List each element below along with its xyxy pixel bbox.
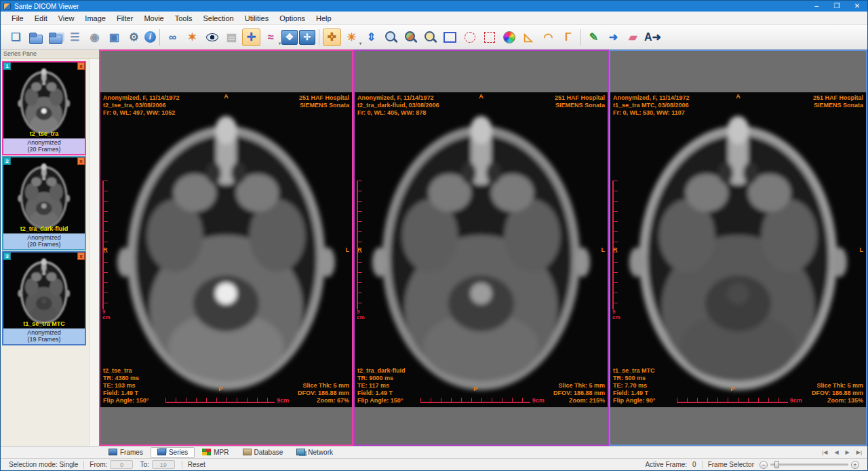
series-close-button[interactable]: x bbox=[77, 252, 85, 260]
toolbar-separator bbox=[159, 29, 160, 45]
vertical-ruler: 9 cm bbox=[102, 181, 108, 309]
mri-image bbox=[355, 92, 608, 407]
overlay-acquisition-info: t2_tse_traTR: 4380 msTE: 103 msField: 1.… bbox=[103, 367, 149, 404]
frame-minus-button[interactable]: − bbox=[760, 461, 768, 469]
minimize-button[interactable]: – bbox=[806, 1, 827, 12]
fit-to-window-icon[interactable]: ✢ bbox=[299, 30, 315, 45]
open-folder-icon[interactable] bbox=[26, 29, 45, 46]
tab-mpr[interactable]: MPR bbox=[196, 448, 235, 457]
actual-size-icon[interactable]: ✥ bbox=[281, 30, 298, 45]
corner-ruler-icon[interactable]: Γ bbox=[559, 29, 577, 46]
frame-slider-thumb[interactable] bbox=[774, 461, 779, 468]
series-frames-label: (20 Frames) bbox=[3, 241, 85, 248]
status-bar: Selection mode: Single From: 0 To: 19 Re… bbox=[1, 458, 867, 470]
image-viewport[interactable]: Anonymized, F, 11/14/1972t2_tse_tra, 03/… bbox=[99, 50, 353, 446]
tab-series[interactable]: Series bbox=[151, 447, 195, 458]
brightness-icon[interactable]: ☀▾ bbox=[342, 29, 361, 46]
status-divider bbox=[182, 461, 182, 469]
set-square-icon[interactable]: ◺ bbox=[519, 29, 538, 46]
tab-nav-prev[interactable]: ◀ bbox=[833, 449, 840, 456]
shutter-eye-icon[interactable] bbox=[203, 29, 221, 46]
series-frames-label: (19 Frames) bbox=[3, 336, 85, 343]
menu-view[interactable]: View bbox=[53, 13, 80, 24]
viewport-canvas[interactable]: Anonymized, F, 11/14/1972t2_tra_dark-flu… bbox=[355, 92, 608, 407]
text-annotation-icon[interactable]: A➜ bbox=[644, 29, 662, 46]
horizontal-ruler: 9cm bbox=[420, 398, 545, 403]
frame-slider[interactable] bbox=[770, 464, 848, 466]
series-number-badge: 3 bbox=[3, 252, 11, 260]
horizontal-ruler: 9cm bbox=[677, 398, 802, 403]
eraser-icon[interactable]: ▰ bbox=[624, 29, 642, 46]
link-series-icon[interactable]: ∞ bbox=[163, 29, 182, 46]
tab-database[interactable]: Database bbox=[237, 448, 290, 457]
from-input[interactable]: 0 bbox=[110, 460, 133, 469]
localizer-lines-icon[interactable]: ✛ bbox=[242, 29, 260, 46]
window-level-list-icon[interactable]: ▤ bbox=[222, 29, 241, 46]
close-button[interactable]: ✕ bbox=[847, 1, 867, 12]
series-close-button[interactable]: x bbox=[77, 62, 85, 70]
rect-select-icon[interactable] bbox=[480, 29, 498, 46]
color-palette-icon[interactable] bbox=[500, 29, 518, 46]
vertical-ruler: 9 cm bbox=[612, 181, 618, 309]
zoom-search-icon[interactable] bbox=[421, 29, 439, 46]
arrow-annotation-icon[interactable]: ➜ bbox=[604, 29, 623, 46]
viewport-canvas[interactable]: Anonymized, F, 11/14/1972t2_tse_tra, 03/… bbox=[100, 92, 352, 407]
menu-options[interactable]: Options bbox=[274, 13, 311, 24]
menu-help[interactable]: Help bbox=[311, 13, 337, 24]
import-cd-icon[interactable]: ◉ bbox=[85, 29, 104, 46]
open-folder-stack-icon[interactable] bbox=[46, 29, 64, 46]
info-icon[interactable]: i bbox=[144, 31, 156, 43]
protractor-icon[interactable]: ◠ bbox=[539, 29, 557, 46]
display-settings-icon[interactable]: ⚙ bbox=[125, 29, 143, 46]
menu-file[interactable]: File bbox=[6, 13, 29, 24]
overlay-institution-info: 251 HAF HospitalSIEMENS Sonata bbox=[299, 94, 349, 109]
frame-plus-button[interactable]: + bbox=[851, 461, 859, 469]
image-viewport[interactable]: Anonymized, F, 11/14/1972t2_tra_dark-flu… bbox=[353, 50, 609, 446]
database-tab-icon bbox=[243, 449, 252, 455]
mri-image bbox=[610, 92, 866, 407]
tab-frames[interactable]: Frames bbox=[102, 448, 149, 457]
series-thumbnail[interactable]: 3 x t1_se_tra MTC Anonymized (19 Frames) bbox=[2, 251, 86, 345]
menu-tools[interactable]: Tools bbox=[170, 13, 198, 24]
series-thumbnail[interactable]: 2 x t2_tra_dark-fluid Anonymized (20 Fra… bbox=[2, 156, 86, 250]
archive-drawer-icon[interactable]: ☰ bbox=[66, 29, 84, 46]
pan-hand-icon[interactable]: ✜ bbox=[323, 29, 341, 46]
selection-mode-label: Selection mode: Single bbox=[9, 461, 78, 468]
menu-movie[interactable]: Movie bbox=[138, 13, 169, 24]
menu-filter[interactable]: Filter bbox=[111, 13, 138, 24]
export-capture-icon[interactable]: ▣ bbox=[105, 29, 123, 46]
color-lut-icon[interactable]: ≈▾ bbox=[262, 29, 280, 46]
ellipse-select-icon[interactable] bbox=[460, 29, 479, 46]
viewport-canvas[interactable]: Anonymized, F, 11/14/1972t1_se_tra MTC, … bbox=[610, 92, 866, 407]
to-input[interactable]: 19 bbox=[152, 460, 175, 469]
title-bar: Sante DICOM Viewer – ❐ ✕ bbox=[1, 1, 867, 12]
menu-image[interactable]: Image bbox=[79, 13, 111, 24]
series-thumbnail[interactable]: 1 x t2_tse_tra Anonymized (20 Frames) bbox=[2, 61, 86, 155]
draw-line-icon[interactable]: ✎ bbox=[585, 29, 603, 46]
scroll-frames-icon[interactable]: ⇕ bbox=[362, 29, 380, 46]
menu-utilities[interactable]: Utilities bbox=[239, 13, 274, 24]
view-tab-bar: FramesSeriesMPRDatabaseNetwork |◀◀▶▶| bbox=[1, 446, 867, 458]
viewport-area: Anonymized, F, 11/14/1972t2_tse_tra, 03/… bbox=[99, 50, 867, 446]
zoom-region-icon[interactable] bbox=[401, 29, 420, 46]
rectangle-tool-icon[interactable] bbox=[441, 29, 459, 46]
series-close-button[interactable]: x bbox=[77, 157, 85, 165]
tab-nav-next[interactable]: ▶ bbox=[844, 449, 851, 456]
series-pane-scrollbar[interactable] bbox=[89, 59, 99, 446]
open-file-icon[interactable]: ❏ bbox=[7, 29, 25, 46]
tab-network[interactable]: Network bbox=[290, 448, 339, 457]
series-thumbnail-image bbox=[3, 62, 85, 138]
orientation-marker-posterior: P bbox=[730, 385, 734, 392]
overlay-institution-info: 251 HAF HospitalSIEMENS Sonata bbox=[555, 94, 605, 109]
unlink-series-icon[interactable]: ✶ bbox=[183, 29, 201, 46]
reset-button[interactable]: Reset bbox=[188, 461, 205, 468]
image-viewport[interactable]: Anonymized, F, 11/14/1972t1_se_tra MTC, … bbox=[609, 50, 867, 446]
menu-selection[interactable]: Selection bbox=[197, 13, 239, 24]
window-controls: – ❐ ✕ bbox=[806, 1, 867, 12]
tab-nav-last[interactable]: ▶| bbox=[855, 449, 863, 456]
zoom-magnifier-icon[interactable] bbox=[382, 29, 400, 46]
tab-nav-first[interactable]: |◀ bbox=[821, 449, 829, 456]
menu-edit[interactable]: Edit bbox=[29, 13, 53, 24]
series-number-badge: 2 bbox=[3, 157, 11, 165]
maximize-button[interactable]: ❐ bbox=[827, 1, 847, 12]
